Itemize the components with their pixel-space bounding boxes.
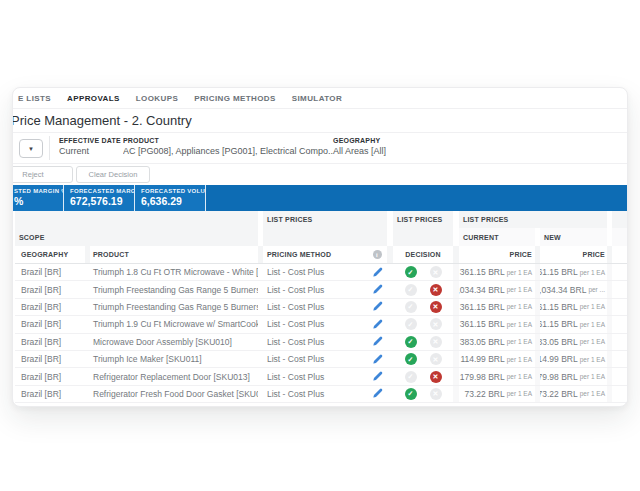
table-row[interactable]: Brazil [BR] Refrigerator Fresh Food Door… bbox=[15, 386, 627, 403]
col-info[interactable]: i bbox=[367, 246, 387, 263]
current-price-amount: 114.99 BRL bbox=[460, 354, 504, 364]
tab-simulator[interactable]: SIMULATOR bbox=[292, 94, 342, 103]
approve-button[interactable]: ✓ bbox=[405, 301, 417, 313]
current-price-amount: 361.15 BRL bbox=[460, 302, 505, 312]
check-icon: ✓ bbox=[408, 286, 414, 293]
current-price-unit: per 1 EA bbox=[507, 303, 532, 310]
expand-dropdown-button[interactable]: ▼ bbox=[19, 139, 43, 158]
table-row[interactable]: Brazil [BR] Triumph 1.8 Cu Ft OTR Microw… bbox=[15, 264, 627, 281]
col-pricing-method[interactable]: PRICING METHOD bbox=[263, 246, 365, 263]
edit-price-button[interactable] bbox=[367, 334, 387, 350]
group-band-end bbox=[612, 211, 627, 228]
current-price-amount: 361.15 BRL bbox=[460, 267, 505, 277]
edit-price-button[interactable] bbox=[367, 316, 387, 332]
reject-decision-button[interactable]: ✕ bbox=[430, 284, 442, 296]
new-price-amount: 73.22 BRL bbox=[540, 389, 578, 399]
scope-group: SCOPE bbox=[15, 228, 258, 246]
row-product: Refrigerator Fresh Food Door Gasket [SKU… bbox=[90, 386, 258, 402]
pencil-icon bbox=[372, 284, 383, 295]
pencil-icon bbox=[372, 267, 383, 278]
new-price-amount: 361.15 BRL bbox=[540, 267, 578, 277]
row-decision: ✓ ✕ bbox=[393, 316, 453, 332]
chevron-down-icon: ▼ bbox=[28, 146, 34, 152]
row-new-price: 361.15 BRL per 1 EA bbox=[540, 299, 607, 315]
row-current-price: 1,034.34 BRL per 1 EA bbox=[459, 281, 535, 297]
row-new-price: 73.22 BRL per 1 EA bbox=[540, 386, 607, 402]
current-subgroup: CURRENT bbox=[459, 228, 535, 246]
x-icon: ✕ bbox=[433, 390, 439, 397]
current-price-unit: per 1 EA bbox=[507, 269, 532, 276]
subgroup-spacer bbox=[263, 228, 387, 246]
list-prices-group-1: LIST PRICES bbox=[263, 211, 387, 228]
edit-price-button[interactable] bbox=[367, 351, 387, 367]
table-row[interactable]: Brazil [BR] Triumph 1.9 Cu Ft Microwave … bbox=[15, 316, 627, 333]
col-price-new[interactable]: PRICE bbox=[540, 246, 607, 263]
reject-decision-button[interactable]: ✕ bbox=[430, 353, 442, 365]
col-price-current[interactable]: PRICE bbox=[459, 246, 535, 263]
x-icon: ✕ bbox=[433, 321, 439, 328]
kpi-value: 6,636.29 bbox=[141, 195, 205, 207]
reject-decision-button[interactable]: ✕ bbox=[430, 371, 442, 383]
approve-button[interactable]: ✓ bbox=[405, 388, 417, 400]
tab-pricing-methods[interactable]: PRICING METHODS bbox=[194, 94, 276, 103]
product-value: AC [PG008], Appliances [PG001], Electric… bbox=[123, 146, 333, 156]
reject-decision-button[interactable]: ✕ bbox=[430, 318, 442, 330]
new-price-amount: 361.15 BRL bbox=[540, 319, 578, 329]
col-decision[interactable]: DECISION bbox=[393, 246, 453, 263]
approve-button[interactable]: ✓ bbox=[405, 266, 417, 278]
row-new-price: 361.15 BRL per 1 EA bbox=[540, 264, 607, 280]
edit-price-button[interactable] bbox=[367, 386, 387, 402]
product-filter[interactable]: PRODUCT AC [PG008], Appliances [PG001], … bbox=[123, 137, 333, 156]
edit-price-button[interactable] bbox=[367, 281, 387, 297]
table-row[interactable]: Brazil [BR] Refrigerator Replacement Doo… bbox=[15, 368, 627, 385]
new-price-unit: per 1 EA bbox=[580, 373, 605, 380]
approvals-table: LIST PRICES LIST PRICES LIST PRICES SCOP… bbox=[13, 211, 627, 403]
reject-decision-button[interactable]: ✕ bbox=[430, 336, 442, 348]
tab-e-lists[interactable]: E LISTS bbox=[18, 94, 51, 103]
col-product[interactable]: PRODUCT bbox=[90, 246, 258, 263]
current-price-amount: 1,034.34 BRL bbox=[459, 285, 505, 295]
reject-decision-button[interactable]: ✕ bbox=[430, 266, 442, 278]
x-icon: ✕ bbox=[433, 269, 439, 276]
tab-lookups[interactable]: LOOKUPS bbox=[136, 94, 178, 103]
row-pricing-method: List - Cost Plus bbox=[263, 386, 365, 402]
approve-button[interactable]: ✓ bbox=[405, 353, 417, 365]
current-label: CURRENT bbox=[459, 234, 499, 241]
table-row[interactable]: Brazil [BR] Triumph Freestanding Gas Ran… bbox=[15, 281, 627, 298]
clear-decision-button[interactable]: Clear Decision bbox=[76, 166, 150, 183]
reject-decision-button[interactable]: ✕ bbox=[430, 301, 442, 313]
approve-button[interactable]: ✓ bbox=[405, 284, 417, 296]
row-geography: Brazil [BR] bbox=[15, 299, 85, 315]
current-price-amount: 383.05 BRL bbox=[460, 337, 505, 347]
table-row[interactable]: Brazil [BR] Microwave Door Assembly [SKU… bbox=[15, 334, 627, 351]
subgroup-end bbox=[612, 228, 627, 246]
x-icon: ✕ bbox=[433, 286, 439, 293]
new-price-amount: 1,034.34 BRL bbox=[540, 285, 586, 295]
new-label: NEW bbox=[540, 234, 561, 241]
pencil-icon bbox=[372, 301, 383, 312]
edit-price-button[interactable] bbox=[367, 299, 387, 315]
row-new-price: 383.05 BRL per 1 EA bbox=[540, 334, 607, 350]
approve-button[interactable]: ✓ bbox=[405, 318, 417, 330]
effective-date-filter[interactable]: EFFECTIVE DATE Current bbox=[59, 137, 121, 156]
reject-button[interactable]: Reject bbox=[12, 166, 73, 183]
approve-button[interactable]: ✓ bbox=[405, 336, 417, 348]
kpi-value: 672,576.19 bbox=[70, 195, 134, 207]
reject-decision-button[interactable]: ✕ bbox=[430, 388, 442, 400]
current-price-unit: per 1 EA bbox=[507, 356, 532, 363]
subgroup-spacer bbox=[393, 228, 453, 246]
geography-filter[interactable]: GEOGRAPHY All Areas [All] bbox=[333, 137, 386, 156]
new-price-unit: per 1 EA bbox=[580, 356, 605, 363]
row-decision: ✓ ✕ bbox=[393, 386, 453, 402]
edit-price-button[interactable] bbox=[367, 368, 387, 384]
col-geography[interactable]: GEOGRAPHY bbox=[15, 246, 85, 263]
tab-approvals[interactable]: APPROVALS bbox=[67, 94, 120, 103]
table-row[interactable]: Brazil [BR] Triumph Freestanding Gas Ran… bbox=[15, 299, 627, 316]
table-row[interactable]: Brazil [BR] Triumph Ice Maker [SKU011] L… bbox=[15, 351, 627, 368]
check-icon: ✓ bbox=[408, 338, 414, 345]
x-icon: ✕ bbox=[433, 338, 439, 345]
edit-price-button[interactable] bbox=[367, 264, 387, 280]
title-row: Price Management - 2. Country bbox=[13, 109, 627, 133]
approve-button[interactable]: ✓ bbox=[405, 371, 417, 383]
check-icon: ✓ bbox=[408, 321, 414, 328]
